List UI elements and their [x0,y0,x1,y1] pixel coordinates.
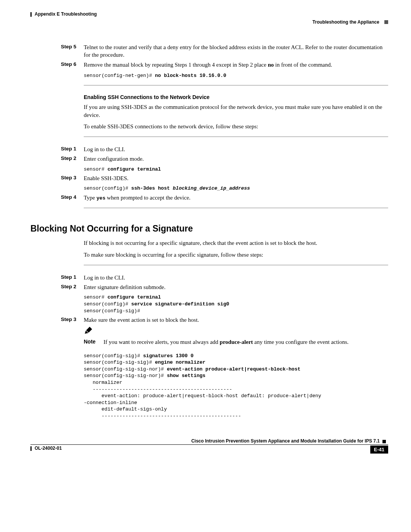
step-label: Step 2 [61,155,84,173]
paragraph: If blocking is not occurring for a speci… [84,239,388,247]
note-text: If you want to receive alerts, you must … [104,339,220,345]
section-rule [84,265,388,265]
step-label: Step 1 [61,274,84,281]
step-row: Step 6 Remove the manual block by repeat… [61,61,388,79]
section-heading: Blocking Not Occurring for a Signature [30,224,388,234]
code-prompt: sensor(config)# [84,301,131,307]
step-text: Enable SSH-3DES. [84,175,129,181]
step-text: Type [84,195,97,201]
step-row: Step 5 Telnet to the router and verify t… [61,43,388,59]
header-right-text: Troubleshooting the Appliance [312,19,379,25]
code-output: -connection-inline [84,400,137,406]
section-rule [84,208,388,208]
code-output: ----------------------------------------… [84,387,232,392]
note-body: If you want to receive alerts, you must … [104,338,388,346]
step-label: Step 3 [61,316,84,419]
blocking-intro: If blocking is not occurring for a speci… [84,239,388,259]
paragraph: To enable SSH-3DES connections to the ne… [84,123,388,130]
step-label: Step 1 [61,145,84,153]
header-right: Troubleshooting the Appliance [312,19,388,25]
footer-bar-icon [30,446,32,451]
step-label: Step 2 [61,283,84,314]
code-command: signatures 1300 0 [143,353,194,359]
code-prompt: sensor(config-sig-sig)# [84,359,155,365]
step-row: Step 2 Enter configuration mode. sensor#… [61,155,388,173]
note-label: Note [84,338,104,346]
step-body: Enable SSH-3DES. sensor(config)# ssh-3de… [84,174,388,192]
step-body: Enter configuration mode. sensor# config… [84,155,388,173]
code-command: configure terminal [107,166,161,172]
code-argument: blocking_device_ip_address [173,185,250,191]
code-block: sensor(config-net-gen)# no block-hosts 1… [84,72,388,79]
step-text: in front of the command. [274,62,332,68]
code-prompt: sensor(config-sig-sig-nor)# [84,373,167,379]
section-rule [84,136,388,137]
step-bold: no [268,62,274,68]
footer-doc-id: OL-24002-01 [30,446,62,451]
code-prompt: sensor# [84,166,107,172]
code-command: configure terminal [107,294,161,300]
step-text: Enter signature definition submode. [84,284,166,290]
step-row: Step 1 Log in to the CLI. [61,145,388,153]
code-prompt: sensor(config-net-gen)# [84,73,155,78]
code-output: normalizer [84,380,122,385]
footer-rule [30,444,388,445]
step-body: Make sure the event action is set to blo… [84,316,388,419]
note-pen-icon [84,327,388,337]
header-left-text: Appendix E Troubleshooting [35,11,97,17]
step-body: Type yes when prompted to accept the dev… [84,194,388,202]
code-output: event-action: produce-alert|request-bloc… [84,393,321,399]
header-left: Appendix E Troubleshooting [30,11,388,17]
note-block: Note If you want to receive alerts, you … [84,327,388,346]
code-output: edit-default-sigs-only [84,406,167,412]
footer-bottom-row: OL-24002-01 E-41 [30,446,388,454]
step-body: Log in to the CLI. [84,145,388,153]
step-row: Step 1 Log in to the CLI. [61,274,388,281]
code-prompt: sensor(config)# [84,185,131,191]
header-square-icon [384,20,388,24]
subsection-heading: Enabling SSH Connections to the Network … [84,94,388,100]
code-prompt: sensor# [84,294,107,300]
code-output-block: sensor(config-sig)# signatures 1300 0 se… [84,353,388,419]
step-body: Log in to the CLI. [84,274,388,281]
step-body: Enter signature definition submode. sens… [84,283,388,314]
code-command: service signature-definition sig0 [131,301,229,307]
step-row: Step 4 Type yes when prompted to accept … [61,194,388,202]
footer-doc-id-text: OL-24002-01 [35,446,62,451]
step-body: Remove the manual block by repeating Ste… [84,61,388,79]
code-block: sensor# configure terminal [84,166,388,173]
note-text: any time you configure the event actions… [253,339,349,345]
note-bold: produce-alert [220,339,253,345]
header-bar-icon [30,12,32,17]
page-number: E-41 [370,446,388,454]
step-row: Step 3 Enable SSH-3DES. sensor(config)# … [61,174,388,192]
code-command: no block-hosts 10.16.0.0 [155,73,226,78]
code-output: ----------------------------------------… [84,413,241,419]
code-command: ssh-3des host [131,185,173,191]
ssh-section: Enabling SSH Connections to the Network … [84,94,388,130]
code-prompt: sensor(config-sig-sig-nor)# [84,366,167,372]
footer-title-text: Cisco Intrusion Prevention System Applia… [191,438,380,444]
footer-title: Cisco Intrusion Prevention System Applia… [30,438,388,444]
step-text: Make sure the event action is set to blo… [84,317,199,323]
step-text: when prompted to accept the device. [105,195,191,201]
footer-square-icon [382,440,386,443]
step-label: Step 3 [61,174,84,192]
code-block: sensor# configure terminal sensor(config… [84,294,388,314]
step-text: Remove the manual block by repeating Ste… [84,62,268,68]
step-label: Step 6 [61,61,84,79]
step-label: Step 4 [61,194,84,202]
code-prompt: sensor(config-sig)# [84,308,143,314]
step-row: Step 2 Enter signature definition submod… [61,283,388,314]
step-row: Step 3 Make sure the event action is set… [61,316,388,419]
paragraph: To make sure blocking is occurring for a… [84,251,388,259]
footer-page-number-wrap: E-41 [370,446,388,454]
code-command: engine normalizer [155,359,206,365]
code-command: show settings [167,373,205,379]
code-block: sensor(config)# ssh-3des host blocking_d… [84,185,388,192]
code-inline: yes [97,195,105,201]
step-text: Enter configuration mode. [84,156,144,162]
footer-rule-row [30,444,388,445]
page-footer: Cisco Intrusion Prevention System Applia… [30,438,388,454]
step-label: Step 5 [61,43,84,59]
